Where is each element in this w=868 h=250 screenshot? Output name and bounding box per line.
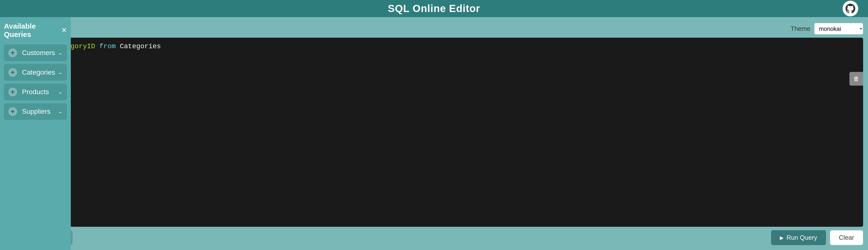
- clear-button[interactable]: Clear: [830, 230, 863, 245]
- query-item-suppliers[interactable]: + Suppliers ⌄: [4, 103, 67, 120]
- play-icon: ▶: [780, 235, 783, 241]
- close-sidebar-button[interactable]: ✕: [61, 27, 67, 34]
- chevron-down-icon-products: ⌄: [58, 89, 63, 95]
- sidebar-header: Available Queries ✕: [4, 22, 67, 39]
- sidebar-title: Available Queries: [4, 22, 61, 39]
- clear-label: Clear: [839, 234, 854, 241]
- keyword-from: from: [99, 43, 116, 50]
- query-label-products: Products: [22, 88, 58, 96]
- plus-icon-customers: +: [8, 49, 17, 57]
- table-name: Categories: [120, 43, 161, 50]
- run-query-button[interactable]: ▶ Run Query: [771, 230, 826, 245]
- editor-panel: ⤢ Theme monokai dracula github solarized…: [0, 17, 868, 250]
- theme-label: Theme: [790, 25, 810, 32]
- plus-icon-categories: +: [8, 68, 17, 77]
- chevron-down-icon-customers: ⌄: [58, 50, 63, 56]
- github-icon: [845, 4, 855, 13]
- plus-icon-suppliers: +: [8, 107, 17, 116]
- bottom-toolbar: ☰ Available Tables ▶ Run Query Clear: [5, 227, 863, 250]
- page-title: SQL Online Editor: [388, 3, 480, 15]
- query-label-suppliers: Suppliers: [22, 108, 58, 115]
- query-item-products[interactable]: + Products ⌄: [4, 84, 67, 100]
- sidebar: Available Queries ✕ + Customers ⌄ + Cate…: [0, 17, 71, 250]
- query-label-customers: Customers: [22, 49, 58, 57]
- trash-icon: 🗑: [854, 75, 859, 82]
- code-content[interactable]: select categoryID from Categories: [20, 38, 863, 227]
- chevron-down-icon-suppliers: ⌄: [58, 108, 63, 115]
- plus-icon-products: +: [8, 88, 17, 96]
- main-area: Available Queries ✕ + Customers ⌄ + Cate…: [0, 17, 868, 250]
- chevron-down-icon-categories: ⌄: [58, 69, 63, 76]
- action-buttons: ▶ Run Query Clear: [771, 230, 863, 245]
- code-editor: 1 select categoryID from Categories 🗑: [5, 38, 863, 227]
- run-query-label: Run Query: [786, 234, 817, 242]
- delete-button[interactable]: 🗑: [849, 72, 863, 86]
- github-button[interactable]: [843, 1, 858, 17]
- query-item-categories[interactable]: + Categories ⌄: [4, 64, 67, 81]
- query-label-categories: Categories: [22, 68, 58, 76]
- theme-area: Theme monokai dracula github solarized: [790, 23, 863, 34]
- query-item-customers[interactable]: + Customers ⌄: [4, 45, 67, 61]
- app-header: SQL Online Editor: [0, 0, 868, 17]
- theme-select[interactable]: monokai dracula github solarized: [814, 23, 863, 34]
- editor-toolbar: ⤢ Theme monokai dracula github solarized: [5, 22, 863, 35]
